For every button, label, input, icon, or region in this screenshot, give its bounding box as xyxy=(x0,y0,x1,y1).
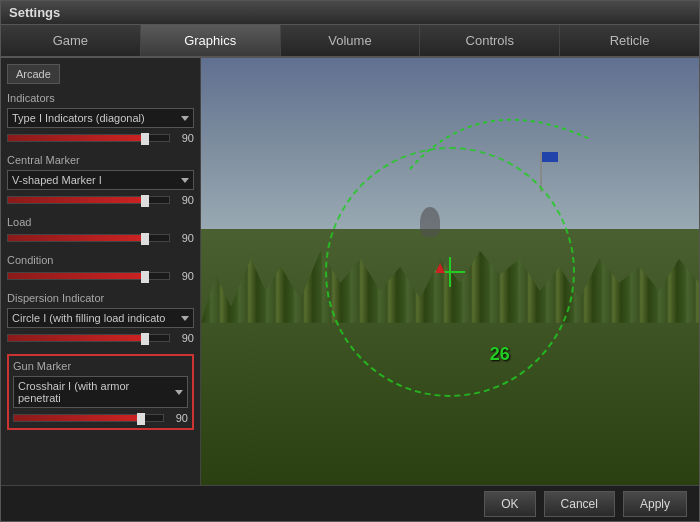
distance-marker: 26 xyxy=(490,344,510,365)
main-content: Arcade Indicators Type I Indicators (dia… xyxy=(1,58,699,485)
dispersion-dropdown[interactable]: Circle I (with filling load indicato xyxy=(7,308,194,328)
condition-slider-thumb xyxy=(141,271,149,283)
load-slider[interactable] xyxy=(7,234,170,242)
flag-cloth xyxy=(542,152,558,162)
indicators-label: Indicators xyxy=(7,92,194,104)
gun-marker-label: Gun Marker xyxy=(13,360,188,372)
gun-marker-dropdown-arrow xyxy=(175,390,183,395)
load-label: Load xyxy=(7,216,194,228)
ok-button[interactable]: OK xyxy=(484,491,535,517)
condition-slider-value: 90 xyxy=(174,270,194,282)
section-central-marker: Central Marker V-shaped Marker I 90 xyxy=(7,154,194,206)
section-condition: Condition 90 xyxy=(7,254,194,282)
tab-graphics[interactable]: Graphics xyxy=(141,25,281,56)
gun-marker-dropdown[interactable]: Crosshair I (with armor penetrati xyxy=(13,376,188,408)
dispersion-slider[interactable] xyxy=(7,334,170,342)
load-slider-fill xyxy=(8,235,145,241)
indicators-slider[interactable] xyxy=(7,134,170,142)
load-slider-row: 90 xyxy=(7,232,194,244)
gun-marker-dropdown-value: Crosshair I (with armor penetrati xyxy=(18,380,175,404)
dispersion-label: Dispersion Indicator xyxy=(7,292,194,304)
game-preview-panel: 26 xyxy=(201,58,699,485)
section-load: Load 90 xyxy=(7,216,194,244)
central-marker-dropdown-arrow xyxy=(181,178,189,183)
condition-slider-row: 90 xyxy=(7,270,194,282)
section-gun-marker: Gun Marker Crosshair I (with armor penet… xyxy=(7,354,194,430)
central-marker-label: Central Marker xyxy=(7,154,194,166)
dispersion-dropdown-value: Circle I (with filling load indicato xyxy=(12,312,165,324)
left-panel: Arcade Indicators Type I Indicators (dia… xyxy=(1,58,201,485)
indicators-dropdown-arrow xyxy=(181,116,189,121)
tab-bar: Game Graphics Volume Controls Reticle xyxy=(1,25,699,58)
dispersion-slider-fill xyxy=(8,335,145,341)
indicators-dropdown[interactable]: Type I Indicators (diagonal) xyxy=(7,108,194,128)
load-slider-value: 90 xyxy=(174,232,194,244)
settings-window: Settings Game Graphics Volume Controls R… xyxy=(0,0,700,522)
dispersion-dropdown-arrow xyxy=(181,316,189,321)
tab-controls[interactable]: Controls xyxy=(420,25,560,56)
load-slider-thumb xyxy=(141,233,149,245)
gun-marker-slider-fill xyxy=(14,415,141,421)
indicators-slider-fill xyxy=(8,135,145,141)
central-marker-slider-value: 90 xyxy=(174,194,194,206)
tab-reticle[interactable]: Reticle xyxy=(560,25,699,56)
crosshair-vertical xyxy=(449,257,451,287)
gun-marker-slider[interactable] xyxy=(13,414,164,422)
central-marker-dropdown-value: V-shaped Marker I xyxy=(12,174,102,186)
dispersion-slider-row: 90 xyxy=(7,332,194,344)
central-marker-slider-thumb xyxy=(141,195,149,207)
gun-marker-slider-thumb xyxy=(137,413,145,425)
section-indicators: Indicators Type I Indicators (diagonal) … xyxy=(7,92,194,144)
apply-button[interactable]: Apply xyxy=(623,491,687,517)
condition-slider-fill xyxy=(8,273,145,279)
tab-volume[interactable]: Volume xyxy=(281,25,421,56)
gun-marker-slider-row: 90 xyxy=(13,412,188,424)
sub-tab-arcade[interactable]: Arcade xyxy=(7,64,60,84)
indicators-slider-value: 90 xyxy=(174,132,194,144)
central-marker-slider[interactable] xyxy=(7,196,170,204)
condition-slider[interactable] xyxy=(7,272,170,280)
dispersion-slider-value: 90 xyxy=(174,332,194,344)
tab-game[interactable]: Game xyxy=(1,25,141,56)
central-marker-dropdown[interactable]: V-shaped Marker I xyxy=(7,170,194,190)
gun-marker-slider-value: 90 xyxy=(168,412,188,424)
title-bar: Settings xyxy=(1,1,699,25)
game-preview: 26 xyxy=(201,58,699,485)
dispersion-slider-thumb xyxy=(141,333,149,345)
condition-label: Condition xyxy=(7,254,194,266)
cancel-button[interactable]: Cancel xyxy=(544,491,615,517)
section-dispersion: Dispersion Indicator Circle I (with fill… xyxy=(7,292,194,344)
central-marker-slider-row: 90 xyxy=(7,194,194,206)
indicators-dropdown-value: Type I Indicators (diagonal) xyxy=(12,112,145,124)
indicators-slider-thumb xyxy=(141,133,149,145)
window-title: Settings xyxy=(9,5,60,20)
bottom-bar: OK Cancel Apply xyxy=(1,485,699,521)
central-marker-slider-fill xyxy=(8,197,145,203)
indicators-slider-row: 90 xyxy=(7,132,194,144)
